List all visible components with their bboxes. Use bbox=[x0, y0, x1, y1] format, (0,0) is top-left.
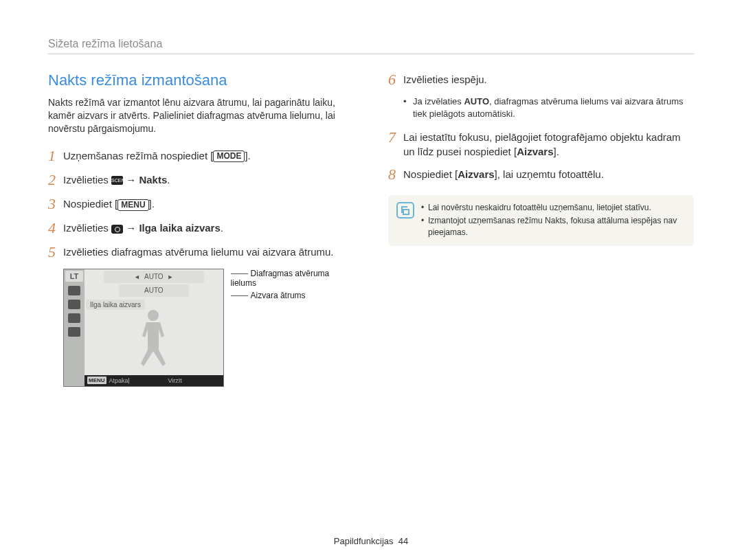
step-6: 6 Izvēlieties iespēju. bbox=[388, 71, 694, 88]
shutter-label: Aizvars bbox=[517, 146, 553, 157]
note-item: Izmantojot uzņemšanas režīmu Nakts, foku… bbox=[428, 215, 686, 238]
step-text: . bbox=[167, 174, 170, 186]
camera-icon bbox=[111, 225, 123, 234]
menu-button-label: MENU bbox=[117, 199, 148, 211]
intro-paragraph: Nakts režīmā var izmantot lēnu aizvara ā… bbox=[48, 96, 354, 135]
step-text: Nospiediet [ bbox=[63, 198, 117, 210]
step-text: . bbox=[221, 222, 223, 234]
sub-text: Ja izvēlaties bbox=[413, 96, 464, 107]
step-1: 1 Uzņemšanas režīmā nospiediet [MODE]. bbox=[48, 148, 354, 164]
callout-aperture: Diafragmas atvēruma lielums bbox=[231, 269, 330, 288]
lt-badge: LT bbox=[65, 271, 83, 282]
footer-section: Papildfunkcijas bbox=[334, 536, 394, 546]
bullet: • bbox=[403, 96, 413, 120]
step-text: ]. bbox=[149, 198, 155, 210]
sidebar-icon bbox=[68, 313, 80, 323]
selector-value: AUTO bbox=[144, 273, 164, 280]
chevron-right-icon: ► bbox=[168, 273, 174, 280]
right-column: 6 Izvēlieties iespēju. • Ja izvēlaties A… bbox=[388, 71, 694, 387]
callout-labels: Diafragmas atvēruma lielums Aizvara ātru… bbox=[231, 269, 354, 387]
sub-bold: AUTO bbox=[464, 96, 489, 107]
move-label: Virzīt bbox=[168, 377, 181, 384]
step-text: Izvēlieties diafragmas atvēruma lielumu … bbox=[63, 244, 354, 260]
step-number: 5 bbox=[48, 244, 63, 260]
step-text: Nospiediet [ bbox=[403, 168, 458, 180]
step-text: Izvēlieties iespēju. bbox=[403, 71, 694, 88]
left-column: Nakts režīma izmantošana Nakts režīmā va… bbox=[48, 71, 354, 387]
note-icon bbox=[396, 202, 414, 219]
sidebar-icon bbox=[68, 327, 80, 337]
step-4: 4 Izvēlieties → Ilga laika aizvars. bbox=[48, 220, 354, 236]
note-box: •Lai novērstu neskaidru fotoattēlu uzņem… bbox=[388, 195, 694, 246]
step-text: → bbox=[123, 174, 139, 186]
page-footer: Papildfunkcijas 44 bbox=[0, 536, 742, 546]
shutter-selector: AUTO bbox=[119, 284, 189, 297]
step-text: → bbox=[123, 222, 139, 234]
step-text: ]. bbox=[245, 150, 250, 161]
step-number: 1 bbox=[48, 148, 63, 164]
step-number: 8 bbox=[388, 166, 403, 183]
step-text: Izvēlieties bbox=[63, 174, 111, 186]
step-text: ]. bbox=[554, 146, 559, 157]
row-label: Ilga laika aizvars bbox=[86, 300, 145, 310]
step-number: 7 bbox=[388, 129, 403, 159]
step-7: 7 Lai iestatītu fokusu, pielāgojiet foto… bbox=[388, 129, 694, 159]
mode-button-label: MODE bbox=[213, 150, 245, 162]
back-label: Atpakaļ bbox=[109, 377, 130, 384]
aperture-selector: ◄ AUTO ► bbox=[104, 271, 204, 283]
camera-screen-illustration: LT ◄ AUTO ► AUTO bbox=[63, 269, 354, 387]
step-number: 4 bbox=[48, 220, 63, 236]
note-item: Lai novērstu neskaidru fotoattēlu uzņemš… bbox=[428, 202, 651, 214]
step-text: ], lai uzņemtu fotoattēlu. bbox=[495, 168, 604, 180]
step-5: 5 Izvēlieties diafragmas atvēruma lielum… bbox=[48, 244, 354, 260]
step-number: 2 bbox=[48, 172, 63, 188]
page-heading: Nakts režīma izmantošana bbox=[48, 71, 354, 89]
screen-bottom-bar: MENU Atpakaļ Virzīt bbox=[85, 375, 223, 386]
step-number: 6 bbox=[388, 71, 403, 88]
callout-shutter: Aizvara ātrums bbox=[251, 291, 306, 300]
step-text: Uzņemšanas režīmā nospiediet [ bbox=[63, 150, 213, 161]
step-2: 2 Izvēlieties SCENE → Nakts. bbox=[48, 172, 354, 188]
menu-badge: MENU bbox=[87, 377, 106, 384]
selector-value: AUTO bbox=[144, 287, 164, 294]
scene-icon: SCENE bbox=[111, 176, 123, 185]
step-text: Izvēlieties bbox=[63, 222, 111, 234]
step-option: Ilga laika aizvars bbox=[139, 222, 220, 234]
footer-page-number: 44 bbox=[398, 536, 408, 546]
step-8: 8 Nospiediet [Aizvars], lai uzņemtu foto… bbox=[388, 166, 694, 183]
step-6-sub: • Ja izvēlaties AUTO, diafragmas atvērum… bbox=[403, 96, 694, 120]
screen-sidebar: LT bbox=[64, 269, 85, 386]
section-header: Sižeta režīma lietošana bbox=[48, 38, 694, 54]
person-silhouette bbox=[133, 310, 174, 375]
sidebar-icon bbox=[68, 300, 80, 309]
sidebar-icon bbox=[68, 286, 80, 295]
chevron-left-icon: ◄ bbox=[134, 273, 140, 280]
shutter-label: Aizvars bbox=[458, 168, 494, 180]
step-option: Nakts bbox=[139, 174, 167, 186]
step-3: 3 Nospiediet [MENU]. bbox=[48, 196, 354, 212]
step-number: 3 bbox=[48, 196, 63, 212]
